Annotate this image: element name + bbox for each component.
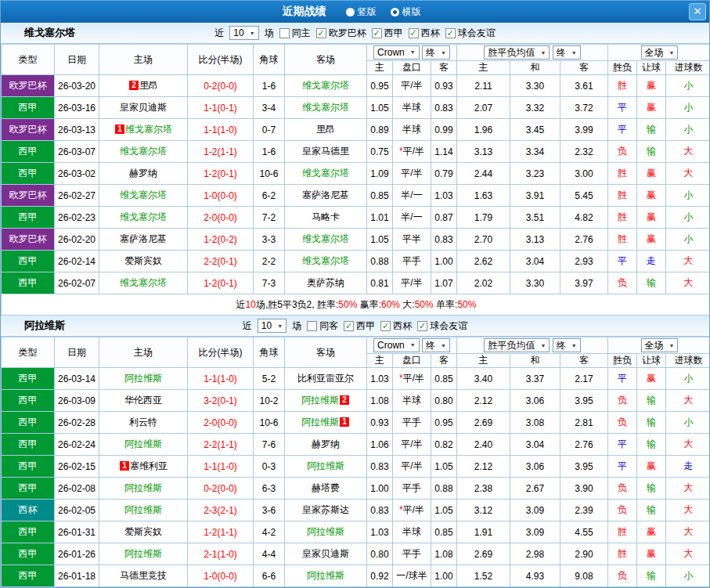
result-flag: 平 [608, 434, 637, 456]
match-row: 西甲26-03-02赫罗纳1-2(0-1)10-6维戈塞尔塔1.09平/半0.7… [2, 163, 710, 185]
euro-metric-select[interactable]: 胜平负均值▼ [484, 45, 550, 60]
home-team: 赫罗纳 [99, 163, 188, 185]
euro-draw-odds: 3.34 [510, 141, 560, 163]
euro-away-odds: 9.08 [560, 565, 608, 587]
sub-col-goals: 进球数 [666, 354, 710, 368]
goals-flag: 走 [666, 456, 710, 478]
corner-score: 0-7 [254, 119, 285, 141]
filter-option[interactable]: ✓西杯 [380, 319, 412, 333]
checkbox-checked-icon[interactable]: ✓ [380, 321, 391, 331]
checkbox-checked-icon[interactable]: ✓ [316, 28, 326, 38]
filter-option[interactable]: ✓欧罗巴杯 [316, 27, 366, 40]
filter-option[interactable]: 同客 [307, 319, 338, 333]
euro-final-select[interactable]: 终▼ [553, 338, 581, 352]
euro-draw-odds: 3.30 [510, 272, 560, 294]
scope-header: 全场▼ [608, 45, 710, 61]
league-badge: 西甲 [2, 412, 55, 434]
filter-option[interactable]: ✓球会友谊 [417, 319, 467, 333]
score-fulltime-halftime: 1-0(0-0) [188, 565, 254, 587]
euro-final-select[interactable]: 终▼ [553, 45, 581, 60]
line-changed-star: * [399, 373, 403, 384]
filter-option[interactable]: ✓球会友谊 [445, 27, 496, 40]
team-name-text: 奥萨苏纳 [307, 277, 344, 288]
result-flag: 平 [608, 456, 637, 478]
filter-option-label: 西甲 [384, 27, 403, 40]
euro-away-odds: 4.82 [560, 207, 608, 229]
goals-flag: 小 [666, 97, 710, 119]
handicap-flag: 输 [637, 500, 666, 521]
asia-away-odds: 1.00 [431, 251, 457, 272]
asia-final-select[interactable]: 终▼ [422, 338, 450, 352]
chevron-down-icon: ▼ [669, 50, 675, 56]
euro-metric-select[interactable]: 胜平负均值▼ [484, 338, 550, 352]
checkbox-unchecked-icon[interactable] [307, 321, 317, 331]
sub-col-asia-home: 主 [367, 354, 393, 368]
checkbox-unchecked-icon[interactable] [279, 28, 290, 38]
score-fulltime-halftime: 1-2(0-2) [188, 229, 254, 251]
team-name-text: 华伦西亚 [124, 395, 162, 406]
asia-handicap-line: *平/半 [393, 141, 431, 163]
bookmaker-select[interactable]: Crown▼ [373, 338, 420, 352]
sub-col-goals: 进球数 [666, 61, 710, 75]
team-name-text: 赫罗纳 [312, 438, 340, 449]
league-badge: 西甲 [2, 434, 55, 456]
match-row: 西甲26-02-24阿拉维斯2-2(1-1)7-6赫罗纳1.06平/半0.822… [2, 434, 710, 456]
filter-games-label: 场 [292, 319, 301, 333]
goals-flag: 大 [666, 272, 710, 294]
filter-option[interactable]: 同主 [279, 27, 311, 40]
chevron-down-icon: ▼ [571, 50, 577, 56]
team-name-text: 维戈塞尔塔 [302, 80, 349, 91]
layout-option-horizontal[interactable]: 横版 [391, 5, 421, 19]
filter-option-label: 西杯 [421, 27, 440, 40]
line-changed-star: * [399, 504, 403, 515]
score-fulltime-halftime: 2-3(2-1) [188, 500, 254, 521]
bookmaker-select-value: Crown [377, 340, 405, 351]
asia-away-odds: 0.83 [431, 97, 457, 119]
handicap-flag: 输 [637, 119, 666, 141]
radio-icon[interactable] [346, 8, 355, 16]
team-name-text: 皇家苏斯达 [302, 504, 349, 515]
team-name-text: 维戈塞尔塔 [302, 255, 349, 266]
checkbox-checked-icon[interactable]: ✓ [372, 28, 382, 38]
checkbox-checked-icon[interactable]: ✓ [344, 321, 354, 331]
filter-option[interactable]: ✓西甲 [344, 319, 375, 333]
summary-text: 50% [338, 299, 357, 310]
result-flag: 负 [608, 565, 637, 587]
result-flag: 负 [608, 412, 637, 434]
filter-option[interactable]: ✓西甲 [372, 27, 403, 40]
euro-home-odds: 1.79 [457, 207, 510, 229]
team-name-text: 维戈塞尔塔 [120, 277, 167, 288]
checkbox-checked-icon[interactable]: ✓ [445, 28, 456, 38]
away-team: 奥萨苏纳 [285, 272, 367, 294]
checkbox-checked-icon[interactable]: ✓ [417, 321, 427, 331]
bookmaker-select[interactable]: Crown▼ [373, 45, 420, 60]
result-flag: 胜 [608, 75, 637, 97]
euro-away-odds: 5.45 [560, 185, 608, 207]
handicap-flag: 赢 [637, 75, 666, 97]
team-name-text: 阿拉维斯 [301, 417, 339, 427]
sub-col-euro-away: 客 [560, 61, 608, 75]
asia-away-odds: 1.03 [431, 185, 457, 207]
radio-selected-icon[interactable] [391, 8, 399, 16]
score-fulltime-halftime: 1-2(1-1) [188, 141, 254, 163]
match-row: 欧罗巴杯26-02-27维戈塞尔塔1-0(0-0)6-2塞萨洛尼基0.85半/一… [2, 185, 710, 207]
asia-final-value: 终 [426, 46, 435, 60]
layout-option-vertical[interactable]: 竖版 [346, 5, 377, 19]
match-row: 西甲26-03-14阿拉维斯1-1(1-0)5-2比利亚雷亚尔1.03*平/半0… [2, 368, 710, 390]
team-name-text: 阿拉维斯 [124, 482, 162, 493]
scope-select[interactable]: 全场▼ [641, 45, 679, 60]
col-corner: 角球 [254, 45, 285, 75]
match-count-select[interactable]: 10▼ [229, 26, 258, 40]
score-fulltime-halftime: 1-2(0-1) [188, 163, 254, 185]
asia-final-select[interactable]: 终▼ [422, 45, 450, 60]
goals-flag: 大 [666, 434, 710, 456]
away-team: 维戈塞尔塔 [285, 229, 367, 251]
checkbox-checked-icon[interactable]: ✓ [409, 28, 419, 38]
close-button[interactable]: ✕ [689, 3, 706, 20]
away-team: 维戈塞尔塔 [285, 163, 367, 185]
team-name-text: 阿拉维斯 [307, 460, 344, 471]
scope-select[interactable]: 全场▼ [641, 338, 679, 352]
match-count-select[interactable]: 10▼ [258, 319, 287, 333]
filter-option[interactable]: ✓西杯 [409, 27, 440, 40]
result-flag: 负 [608, 141, 637, 163]
